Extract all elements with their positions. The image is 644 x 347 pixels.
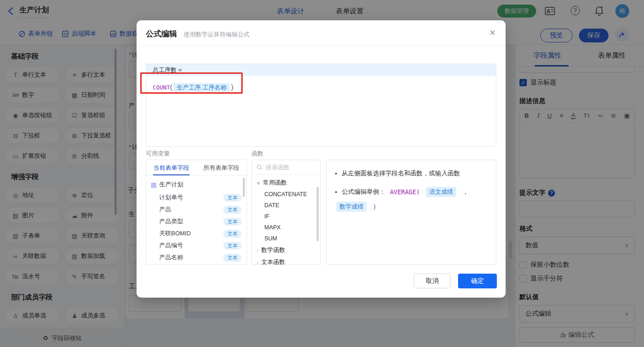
modal-title: 公式编辑: [146, 29, 177, 39]
search-placeholder: 搜索函数: [266, 163, 290, 172]
type-badge: 文本: [223, 194, 242, 202]
function-group-common[interactable]: ∨常用函数: [252, 177, 320, 189]
function-item[interactable]: DATE: [252, 200, 320, 211]
type-badge: 文本: [223, 206, 242, 214]
variable-row[interactable]: 关联BOMID文本: [146, 227, 246, 239]
document-icon: ▤: [151, 181, 156, 188]
example-token: 数学成绩: [336, 202, 367, 212]
tab-all-form-fields[interactable]: 所有表单字段: [197, 160, 247, 175]
modal-header: 公式编辑 使用数学运算符编辑公式: [137, 20, 506, 46]
form-tree-root[interactable]: ▤ 生产计划: [146, 178, 246, 191]
variable-row[interactable]: 产品类型文本: [146, 215, 246, 227]
hint-line-2: • 公式编辑举例：AVERAGE(语文成绩，数学成绩): [335, 187, 488, 212]
variable-row[interactable]: 产品编号文本: [146, 239, 246, 251]
variable-row[interactable]: 产品文本: [146, 203, 246, 215]
search-icon: [256, 164, 262, 170]
close-icon[interactable]: ×: [489, 27, 495, 39]
tab-current-form-fields[interactable]: 当前表单字段: [146, 160, 197, 175]
functions-scrollbar[interactable]: [316, 187, 319, 241]
variable-row[interactable]: 文本: [146, 263, 246, 265]
field-token[interactable]: 生产工序.工序名称: [173, 83, 230, 92]
function-group-text[interactable]: ›文本函数: [252, 256, 320, 265]
variables-panel: 当前表单字段 所有表单字段 ▤ 生产计划 计划单号文本 产品文本 产品类型文本 …: [146, 160, 247, 265]
hint-line-1: • 从左侧面板选择字段名和函数，或输入函数: [335, 169, 488, 178]
variables-tabs: 当前表单字段 所有表单字段: [146, 160, 246, 176]
confirm-button[interactable]: 确定: [458, 274, 497, 288]
function-item[interactable]: SUM: [252, 233, 320, 244]
variable-row[interactable]: 产品名称文本: [146, 251, 246, 263]
hint-panel: • 从左侧面板选择字段名和函数，或输入函数 • 公式编辑举例：AVERAGE(语…: [326, 160, 496, 265]
function-item[interactable]: MAPX: [252, 222, 320, 233]
type-badge: 文本: [223, 242, 242, 250]
type-badge: 文本: [223, 218, 242, 226]
formula-function: COUNT: [153, 84, 170, 91]
example-token: 语文成绩: [426, 187, 456, 197]
type-badge: 文本: [223, 254, 242, 262]
function-group-math[interactable]: ›数学函数: [252, 244, 320, 256]
modal-subtitle: 使用数学运算符编辑公式: [184, 30, 250, 39]
cancel-button[interactable]: 取消: [414, 274, 451, 288]
chevron-right-icon: ›: [256, 259, 258, 265]
formula-target: 总工序数 =: [146, 64, 496, 76]
functions-label: 函数: [251, 150, 263, 158]
formula-edit-modal: 公式编辑 使用数学运算符编辑公式 × 总工序数 = COUNT(生产工序.工序名…: [137, 20, 506, 298]
type-badge: 文本: [223, 230, 242, 238]
app-window: 生产计划 表单设计 表单设置 数据管理 ? 检 表单外链 后端脚本 数据权 预览…: [0, 0, 644, 347]
function-item[interactable]: CONCATENATE: [252, 189, 320, 200]
function-item[interactable]: IF: [252, 211, 320, 222]
variable-row[interactable]: 计划单号文本: [146, 191, 246, 203]
functions-panel: 搜索函数 ∨常用函数 CONCATENATE DATE IF MAPX SUM …: [251, 160, 321, 265]
variables-label: 可用变量: [146, 150, 170, 158]
chevron-right-icon: ›: [256, 247, 258, 254]
formula-editor[interactable]: 总工序数 = COUNT(生产工序.工序名称): [146, 64, 496, 147]
chevron-down-icon: ∨: [256, 180, 260, 186]
example-function: AVERAGE(: [390, 188, 420, 196]
function-search[interactable]: 搜索函数: [252, 160, 320, 175]
formula-expression[interactable]: COUNT(生产工序.工序名称): [146, 76, 496, 99]
variables-scrollbar[interactable]: [243, 178, 245, 197]
